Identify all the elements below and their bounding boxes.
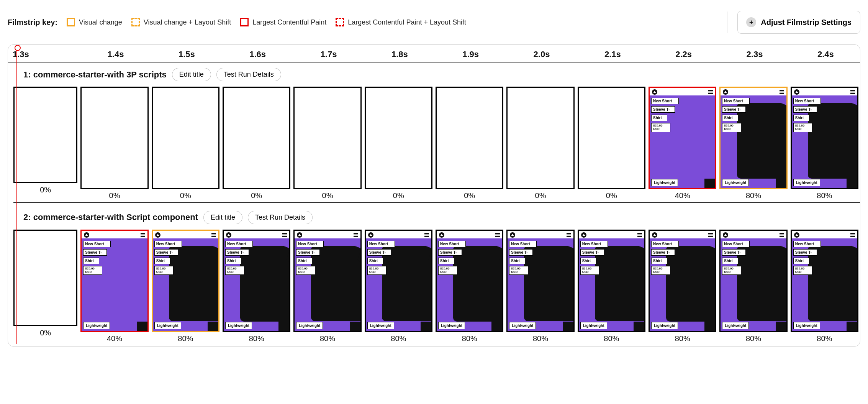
product-title-line: Sleeve T- xyxy=(651,249,675,256)
thumb-header xyxy=(579,231,644,238)
tshirt-image xyxy=(595,246,644,321)
product-title-line: New Short xyxy=(651,241,679,247)
thumb-corner xyxy=(350,322,360,331)
brand-logo-icon xyxy=(794,89,799,95)
thumb-product: New Short Sleeve T- Shirt $25.00 USD Lig… xyxy=(82,238,147,331)
brand-logo-icon xyxy=(510,232,515,238)
filmstrip-key-title: Filmstrip key: xyxy=(8,18,57,27)
filmstrip-thumbnail[interactable]: New Short Sleeve T- Shirt $25.00 USD Lig… xyxy=(649,230,716,332)
thumb-header xyxy=(437,231,502,238)
thumb-header xyxy=(153,231,218,238)
thumb-product: New Short Sleeve T- Shirt $25.00 USD Lig… xyxy=(153,238,218,331)
filmstrip-thumbnail[interactable]: New Short Sleeve T- Shirt $25.00 USD Lig… xyxy=(223,230,290,332)
filmstrip-thumbnail[interactable] xyxy=(13,87,77,183)
filmstrip-thumbnail[interactable]: New Short Sleeve T- Shirt $25.00 USD Lig… xyxy=(649,87,716,189)
key-label: Visual change xyxy=(79,18,122,26)
product-price: $25.00 USD xyxy=(793,266,812,275)
frame-cell: 0% xyxy=(363,87,434,202)
filmstrip-thumbnail[interactable]: New Short Sleeve T- Shirt $25.00 USD Lig… xyxy=(506,230,574,332)
filmstrip-thumbnail[interactable]: New Short Sleeve T- Shirt $25.00 USD Lig… xyxy=(293,230,361,332)
filmstrip-thumbnail[interactable]: New Short Sleeve T- Shirt $25.00 USD Lig… xyxy=(365,230,432,332)
filmstrip-thumbnail[interactable]: New Short Sleeve T- Shirt $25.00 USD Lig… xyxy=(719,230,787,332)
filmstrip-thumbnail[interactable]: New Short Sleeve T- Shirt $25.00 USD Lig… xyxy=(578,230,645,332)
frame-percent: 80% xyxy=(436,332,503,345)
frame-cell: New Short Sleeve T- Shirt $25.00 USD Lig… xyxy=(221,230,292,345)
test-run-details-button[interactable]: Test Run Details xyxy=(216,68,281,81)
menu-icon xyxy=(495,233,500,237)
test-run-details-button[interactable]: Test Run Details xyxy=(248,211,313,224)
run-title: 2: commerce-starter-with Script componen… xyxy=(23,212,198,222)
brand-logo-icon xyxy=(155,232,160,238)
timeline-tick: 2.4s xyxy=(789,49,860,59)
filmstrip-thumbnail[interactable] xyxy=(578,87,645,189)
tshirt-image xyxy=(382,246,431,321)
thumb-header xyxy=(82,231,147,238)
frame-percent: 80% xyxy=(719,332,787,345)
filmstrip-thumbnail[interactable] xyxy=(506,87,574,189)
product-title-line: Sleeve T- xyxy=(225,249,249,256)
filmstrip-thumbnail[interactable]: New Short Sleeve T- Shirt $25.00 USD Lig… xyxy=(436,230,503,332)
product-title-line: New Short xyxy=(154,241,182,247)
filmstrip-thumbnail[interactable] xyxy=(365,87,432,189)
thumb-corner xyxy=(776,322,786,331)
menu-icon xyxy=(850,90,855,94)
thumb-header xyxy=(366,231,431,238)
thumb-corner xyxy=(421,322,431,331)
timeline-tick: 1.9s xyxy=(434,49,505,59)
product-badge: Lightweight xyxy=(438,322,465,329)
product-badge: Lightweight xyxy=(509,322,536,329)
thumb-corner xyxy=(563,322,573,331)
edit-title-button[interactable]: Edit title xyxy=(203,211,242,224)
filmstrip-thumbnail[interactable] xyxy=(293,87,361,189)
product-title-line: Shirt xyxy=(154,258,170,264)
product-price: $25.00 USD xyxy=(154,266,174,275)
filmstrip-thumbnail[interactable]: New Short Sleeve T- Shirt $25.00 USD Lig… xyxy=(152,230,219,332)
adjust-filmstrip-settings-button[interactable]: + Adjust Filmstrip Settings xyxy=(737,11,860,34)
playhead[interactable] xyxy=(16,47,17,344)
product-badge: Lightweight xyxy=(651,322,678,329)
product-price: $25.00 USD xyxy=(651,123,670,132)
header-right: + Adjust Filmstrip Settings xyxy=(727,11,860,34)
product-title-line: Sleeve T- xyxy=(367,249,391,256)
key-label: Largest Contentful Paint xyxy=(252,18,326,26)
product-price: $25.00 USD xyxy=(722,266,741,275)
filmstrip-thumbnail[interactable]: New Short Sleeve T- Shirt $25.00 USD Lig… xyxy=(791,87,858,189)
thumb-header xyxy=(721,88,786,95)
filmstrip-thumbnail[interactable] xyxy=(436,87,503,189)
filmstrip-thumbnail[interactable] xyxy=(152,87,219,189)
product-price: $25.00 USD xyxy=(367,266,387,275)
timeline-tick: 1.6s xyxy=(221,49,292,59)
header-separator xyxy=(727,11,727,33)
product-badge: Lightweight xyxy=(225,322,252,329)
thumb-corner xyxy=(704,322,715,331)
thumb-product: New Short Sleeve T- Shirt $25.00 USD Lig… xyxy=(579,238,644,331)
filmstrip-thumbnail[interactable] xyxy=(223,87,290,189)
brand-logo-icon xyxy=(652,89,657,95)
frame-percent: 0% xyxy=(223,189,290,202)
product-title-line: New Short xyxy=(83,241,111,247)
filmstrip-thumbnail[interactable] xyxy=(13,230,77,326)
filmstrip-thumbnail[interactable]: New Short Sleeve T- Shirt $25.00 USD Lig… xyxy=(791,230,858,332)
product-title-line: Sleeve T- xyxy=(722,249,746,256)
tshirt-image xyxy=(453,246,503,321)
frame-cell: 0% xyxy=(150,87,221,202)
product-price: $25.00 USD xyxy=(225,266,244,275)
product-title-line: Shirt xyxy=(296,258,312,264)
product-title-line: Shirt xyxy=(651,115,667,121)
timeline-tick: 1.4s xyxy=(79,49,150,59)
frame-cell: 0% xyxy=(221,87,292,202)
product-title-line: Sleeve T- xyxy=(154,249,178,256)
frame-cell: 0% xyxy=(576,87,647,202)
edit-title-button[interactable]: Edit title xyxy=(172,68,211,81)
menu-icon xyxy=(141,233,145,237)
frame-cell: New Short Sleeve T- Shirt $25.00 USD Lig… xyxy=(789,87,860,202)
filmstrip-thumbnail[interactable] xyxy=(80,87,148,189)
timeline-head: 1.3s1.4s1.5s1.6s1.7s1.8s1.9s2.0s2.1s2.2s… xyxy=(8,45,860,62)
key-label: Largest Contentful Paint + Layout Shift xyxy=(348,18,466,26)
filmstrip-thumbnail[interactable]: New Short Sleeve T- Shirt $25.00 USD Lig… xyxy=(80,230,148,332)
thumb-header xyxy=(650,88,715,95)
swatch-visual-change-ls-icon xyxy=(131,18,140,26)
swatch-visual-change-icon xyxy=(67,18,75,26)
filmstrip-thumbnail[interactable]: New Short Sleeve T- Shirt $25.00 USD Lig… xyxy=(719,87,787,189)
product-price: $25.00 USD xyxy=(438,266,457,275)
